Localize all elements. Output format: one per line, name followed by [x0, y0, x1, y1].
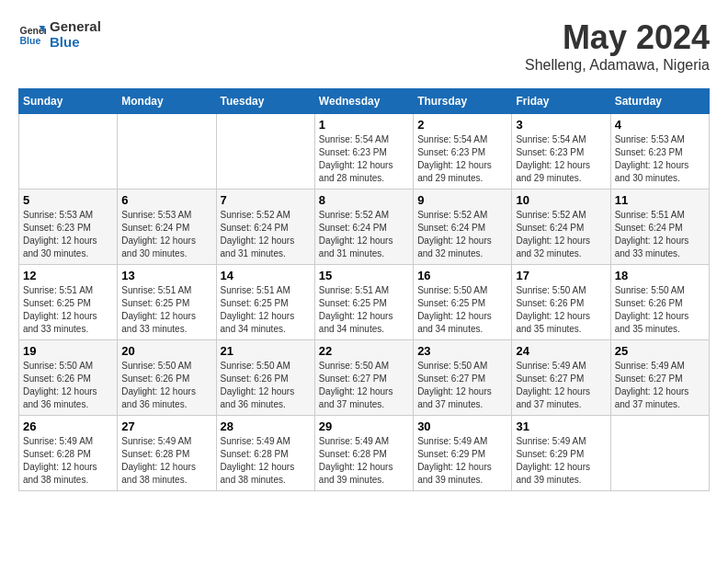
- calendar-cell: 1Sunrise: 5:54 AM Sunset: 6:23 PM Daylig…: [314, 114, 413, 190]
- day-number: 30: [417, 419, 507, 433]
- day-number: 5: [23, 193, 113, 207]
- calendar-cell: 7Sunrise: 5:52 AM Sunset: 6:24 PM Daylig…: [216, 190, 314, 265]
- weekday-header-wednesday: Wednesday: [314, 89, 413, 114]
- day-number: 25: [615, 344, 705, 358]
- main-title: May 2024: [525, 18, 710, 57]
- day-number: 17: [516, 269, 606, 282]
- logo-icon: General Blue: [18, 20, 46, 48]
- weekday-header-tuesday: Tuesday: [216, 89, 314, 114]
- day-info: Sunrise: 5:54 AM Sunset: 6:23 PM Dayligh…: [516, 133, 606, 185]
- day-number: 26: [23, 419, 113, 433]
- day-info: Sunrise: 5:49 AM Sunset: 6:27 PM Dayligh…: [615, 360, 705, 411]
- day-info: Sunrise: 5:49 AM Sunset: 6:28 PM Dayligh…: [221, 435, 311, 487]
- logo-line1: General: [50, 18, 101, 34]
- calendar-cell: 27Sunrise: 5:49 AM Sunset: 6:28 PM Dayli…: [118, 416, 216, 491]
- calendar-cell: 11Sunrise: 5:51 AM Sunset: 6:24 PM Dayli…: [610, 190, 709, 265]
- day-info: Sunrise: 5:52 AM Sunset: 6:24 PM Dayligh…: [221, 209, 311, 260]
- calendar-week-4: 19Sunrise: 5:50 AM Sunset: 6:26 PM Dayli…: [19, 340, 710, 416]
- day-info: Sunrise: 5:50 AM Sunset: 6:26 PM Dayligh…: [516, 284, 606, 336]
- day-number: 29: [319, 419, 409, 433]
- day-info: Sunrise: 5:50 AM Sunset: 6:27 PM Dayligh…: [319, 360, 409, 411]
- day-number: 14: [221, 269, 311, 282]
- calendar-cell: 26Sunrise: 5:49 AM Sunset: 6:28 PM Dayli…: [19, 416, 118, 491]
- page-header: General Blue General Blue May 2024 Shell…: [18, 18, 710, 74]
- day-number: 19: [23, 344, 113, 358]
- day-info: Sunrise: 5:53 AM Sunset: 6:23 PM Dayligh…: [615, 133, 705, 185]
- day-info: Sunrise: 5:50 AM Sunset: 6:26 PM Dayligh…: [121, 360, 211, 411]
- calendar-cell: 3Sunrise: 5:54 AM Sunset: 6:23 PM Daylig…: [512, 114, 610, 190]
- logo-line2: Blue: [50, 34, 101, 50]
- day-info: Sunrise: 5:49 AM Sunset: 6:27 PM Dayligh…: [516, 360, 606, 411]
- calendar-cell: 31Sunrise: 5:49 AM Sunset: 6:29 PM Dayli…: [512, 416, 610, 491]
- calendar-cell: 13Sunrise: 5:51 AM Sunset: 6:25 PM Dayli…: [118, 265, 216, 340]
- calendar-cell: 15Sunrise: 5:51 AM Sunset: 6:25 PM Dayli…: [314, 265, 413, 340]
- calendar-cell: 2Sunrise: 5:54 AM Sunset: 6:23 PM Daylig…: [414, 114, 512, 190]
- logo: General Blue General Blue: [18, 18, 101, 50]
- calendar-week-3: 12Sunrise: 5:51 AM Sunset: 6:25 PM Dayli…: [19, 265, 710, 340]
- day-number: 1: [319, 118, 409, 132]
- day-info: Sunrise: 5:50 AM Sunset: 6:27 PM Dayligh…: [417, 360, 507, 411]
- day-number: 11: [615, 193, 705, 207]
- calendar-cell: 14Sunrise: 5:51 AM Sunset: 6:25 PM Dayli…: [216, 265, 314, 340]
- day-number: 7: [221, 193, 311, 207]
- calendar-cell: 28Sunrise: 5:49 AM Sunset: 6:28 PM Dayli…: [216, 416, 314, 491]
- calendar-table: SundayMondayTuesdayWednesdayThursdayFrid…: [18, 88, 710, 491]
- day-number: 22: [319, 344, 409, 358]
- calendar-cell: 5Sunrise: 5:53 AM Sunset: 6:23 PM Daylig…: [19, 190, 118, 265]
- day-number: 20: [121, 344, 211, 358]
- calendar-cell: [19, 114, 118, 190]
- calendar-cell: 4Sunrise: 5:53 AM Sunset: 6:23 PM Daylig…: [610, 114, 709, 190]
- calendar-cell: 25Sunrise: 5:49 AM Sunset: 6:27 PM Dayli…: [610, 340, 709, 416]
- day-number: 9: [417, 193, 507, 207]
- calendar-cell: 12Sunrise: 5:51 AM Sunset: 6:25 PM Dayli…: [19, 265, 118, 340]
- day-number: 10: [516, 193, 606, 207]
- day-number: 2: [417, 118, 507, 132]
- day-number: 8: [319, 193, 409, 207]
- day-number: 21: [221, 344, 311, 358]
- weekday-header-row: SundayMondayTuesdayWednesdayThursdayFrid…: [19, 89, 710, 114]
- day-info: Sunrise: 5:49 AM Sunset: 6:29 PM Dayligh…: [417, 435, 507, 487]
- calendar-cell: [610, 416, 709, 491]
- day-number: 18: [615, 269, 705, 282]
- calendar-cell: 6Sunrise: 5:53 AM Sunset: 6:24 PM Daylig…: [118, 190, 216, 265]
- day-info: Sunrise: 5:53 AM Sunset: 6:23 PM Dayligh…: [23, 209, 113, 260]
- calendar-body: 1Sunrise: 5:54 AM Sunset: 6:23 PM Daylig…: [19, 114, 710, 491]
- calendar-cell: 18Sunrise: 5:50 AM Sunset: 6:26 PM Dayli…: [610, 265, 709, 340]
- day-info: Sunrise: 5:50 AM Sunset: 6:26 PM Dayligh…: [615, 284, 705, 336]
- day-info: Sunrise: 5:54 AM Sunset: 6:23 PM Dayligh…: [319, 133, 409, 185]
- day-number: 12: [23, 269, 113, 282]
- weekday-header-thursday: Thursday: [414, 89, 512, 114]
- calendar-cell: 23Sunrise: 5:50 AM Sunset: 6:27 PM Dayli…: [414, 340, 512, 416]
- day-info: Sunrise: 5:54 AM Sunset: 6:23 PM Dayligh…: [417, 133, 507, 185]
- title-block: May 2024 Shelleng, Adamawa, Nigeria: [525, 18, 710, 74]
- subtitle: Shelleng, Adamawa, Nigeria: [525, 57, 710, 74]
- day-info: Sunrise: 5:52 AM Sunset: 6:24 PM Dayligh…: [417, 209, 507, 260]
- weekday-header-sunday: Sunday: [19, 89, 118, 114]
- calendar-week-2: 5Sunrise: 5:53 AM Sunset: 6:23 PM Daylig…: [19, 190, 710, 265]
- day-info: Sunrise: 5:51 AM Sunset: 6:24 PM Dayligh…: [615, 209, 705, 260]
- calendar-cell: 29Sunrise: 5:49 AM Sunset: 6:28 PM Dayli…: [314, 416, 413, 491]
- svg-text:Blue: Blue: [20, 35, 41, 46]
- day-info: Sunrise: 5:50 AM Sunset: 6:26 PM Dayligh…: [23, 360, 113, 411]
- weekday-header-monday: Monday: [118, 89, 216, 114]
- calendar-cell: 24Sunrise: 5:49 AM Sunset: 6:27 PM Dayli…: [512, 340, 610, 416]
- calendar-cell: 16Sunrise: 5:50 AM Sunset: 6:25 PM Dayli…: [414, 265, 512, 340]
- day-info: Sunrise: 5:49 AM Sunset: 6:29 PM Dayligh…: [516, 435, 606, 487]
- day-number: 23: [417, 344, 507, 358]
- day-info: Sunrise: 5:51 AM Sunset: 6:25 PM Dayligh…: [121, 284, 211, 336]
- day-info: Sunrise: 5:50 AM Sunset: 6:26 PM Dayligh…: [221, 360, 311, 411]
- calendar-cell: 9Sunrise: 5:52 AM Sunset: 6:24 PM Daylig…: [414, 190, 512, 265]
- weekday-header-friday: Friday: [512, 89, 610, 114]
- calendar-week-5: 26Sunrise: 5:49 AM Sunset: 6:28 PM Dayli…: [19, 416, 710, 491]
- calendar-cell: 19Sunrise: 5:50 AM Sunset: 6:26 PM Dayli…: [19, 340, 118, 416]
- day-info: Sunrise: 5:53 AM Sunset: 6:24 PM Dayligh…: [121, 209, 211, 260]
- day-number: 4: [615, 118, 705, 132]
- calendar-cell: 21Sunrise: 5:50 AM Sunset: 6:26 PM Dayli…: [216, 340, 314, 416]
- day-number: 13: [121, 269, 211, 282]
- day-info: Sunrise: 5:52 AM Sunset: 6:24 PM Dayligh…: [516, 209, 606, 260]
- day-info: Sunrise: 5:50 AM Sunset: 6:25 PM Dayligh…: [417, 284, 507, 336]
- calendar-cell: [216, 114, 314, 190]
- day-info: Sunrise: 5:51 AM Sunset: 6:25 PM Dayligh…: [23, 284, 113, 336]
- calendar-cell: 17Sunrise: 5:50 AM Sunset: 6:26 PM Dayli…: [512, 265, 610, 340]
- day-info: Sunrise: 5:49 AM Sunset: 6:28 PM Dayligh…: [319, 435, 409, 487]
